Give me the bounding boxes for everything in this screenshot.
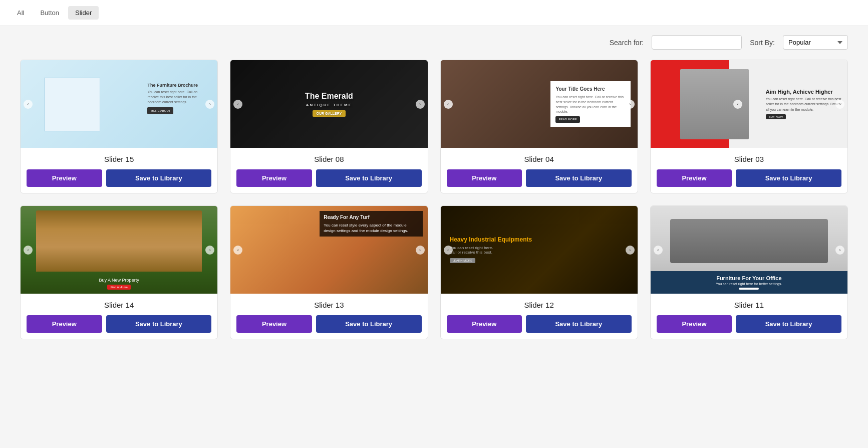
card-info: Slider 11 Preview Save to Library <box>651 294 847 339</box>
card-slider-04: ‹ › Your Title Goes Here You can reset r… <box>440 60 638 193</box>
card-actions: Preview Save to Library <box>447 315 632 333</box>
card-title: Slider 04 <box>447 155 632 163</box>
card-actions: Preview Save to Library <box>236 169 421 187</box>
thumb-text: Furniture For Your Office You can reset … <box>651 271 847 294</box>
card-title: Slider 14 <box>27 301 211 309</box>
preview-button[interactable]: Preview <box>236 315 312 333</box>
tab-all[interactable]: All <box>10 6 31 20</box>
next-arrow[interactable]: › <box>205 246 214 255</box>
card-actions: Preview Save to Library <box>236 315 421 333</box>
sort-label: Sort By: <box>750 39 775 47</box>
thumbnail-slider-12: ‹ › Heavy Industrial Equipments You can … <box>441 206 638 294</box>
thumbnail-slider-15: ‹ › The Furniture Brochure You can reset… <box>21 60 217 148</box>
prev-arrow[interactable]: ‹ <box>233 100 242 109</box>
thumbnail-slider-04: ‹ › Your Title Goes Here You can reset r… <box>441 60 638 148</box>
card-info: Slider 04 Preview Save to Library <box>441 148 638 193</box>
card-title: Slider 15 <box>27 155 211 163</box>
preview-button[interactable]: Preview <box>27 315 102 333</box>
next-arrow[interactable]: › <box>416 246 425 255</box>
prev-arrow[interactable]: ‹ <box>733 100 742 109</box>
card-info: Slider 12 Preview Save to Library <box>441 294 638 339</box>
preview-button[interactable]: Preview <box>657 315 732 333</box>
card-info: Slider 08 Preview Save to Library <box>230 148 427 193</box>
preview-button[interactable]: Preview <box>447 169 522 187</box>
slider-grid: ‹ › The Furniture Brochure You can reset… <box>0 55 868 354</box>
save-button[interactable]: Save to Library <box>526 315 632 333</box>
prev-arrow[interactable]: ‹ <box>233 246 242 255</box>
prev-arrow[interactable]: ‹ <box>24 246 33 255</box>
search-input[interactable] <box>652 35 742 50</box>
card-title: Slider 12 <box>447 301 632 309</box>
thumbnail-slider-14: ‹ › Buy A New Property Find A Home <box>21 206 217 294</box>
thumbnail-slider-08: ‹ › The Emerald ANTIQUE THEME OUR GALLER… <box>230 60 427 148</box>
preview-button[interactable]: Preview <box>657 169 732 187</box>
prev-arrow[interactable]: ‹ <box>444 246 453 255</box>
card-slider-13: ‹ › Ready For Any Turf You can reset sty… <box>230 205 428 339</box>
search-label: Search for: <box>610 39 644 47</box>
next-arrow[interactable]: › <box>626 100 635 109</box>
card-actions: Preview Save to Library <box>447 169 632 187</box>
card-actions: Preview Save to Library <box>657 315 841 333</box>
card-slider-11: ‹ › Furniture For Your Office You can re… <box>650 205 848 339</box>
house-body <box>36 210 201 272</box>
thumbnail-slider-03: ‹ › Aim High, Achieve Higher You can res… <box>651 60 847 148</box>
card-info: Slider 13 Preview Save to Library <box>230 294 427 339</box>
card-title: Slider 03 <box>657 155 841 163</box>
card-info: Slider 15 Preview Save to Library <box>21 148 217 193</box>
thumb-text: Heavy Industrial Equipments You can rese… <box>450 236 532 264</box>
thumb-text: The Emerald ANTIQUE THEME OUR GALLERY <box>305 92 353 117</box>
prev-arrow[interactable]: ‹ <box>24 100 33 109</box>
card-title: Slider 08 <box>236 155 421 163</box>
card-info: Slider 03 Preview Save to Library <box>651 148 847 193</box>
preview-button[interactable]: Preview <box>236 169 312 187</box>
save-button[interactable]: Save to Library <box>106 169 212 187</box>
thumb-text: Your Title Goes Here You can reset right… <box>550 81 630 127</box>
save-button[interactable]: Save to Library <box>736 169 841 187</box>
card-slider-03: ‹ › Aim High, Achieve Higher You can res… <box>650 60 848 193</box>
save-button[interactable]: Save to Library <box>316 315 422 333</box>
card-actions: Preview Save to Library <box>657 169 841 187</box>
save-button[interactable]: Save to Library <box>736 315 841 333</box>
preview-button[interactable]: Preview <box>447 315 522 333</box>
thumbnail-slider-13: ‹ › Ready For Any Turf You can reset sty… <box>230 206 427 294</box>
next-arrow[interactable]: › <box>835 246 844 255</box>
card-actions: Preview Save to Library <box>27 315 211 333</box>
save-button[interactable]: Save to Library <box>106 315 212 333</box>
sort-select[interactable]: Popular Newest Oldest <box>783 35 848 50</box>
prev-arrow[interactable]: ‹ <box>654 246 663 255</box>
card-slider-12: ‹ › Heavy Industrial Equipments You can … <box>440 205 638 339</box>
thumb-text: The Furniture Brochure You can reset rig… <box>147 82 198 114</box>
card-actions: Preview Save to Library <box>27 169 211 187</box>
save-button[interactable]: Save to Library <box>526 169 632 187</box>
card-slider-15: ‹ › The Furniture Brochure You can reset… <box>20 60 218 193</box>
sofa-shape <box>670 219 828 263</box>
card-info: Slider 14 Preview Save to Library <box>21 294 217 339</box>
tab-button[interactable]: Button <box>33 6 66 20</box>
next-arrow[interactable]: › <box>416 100 425 109</box>
thumbnail-slider-11: ‹ › Furniture For Your Office You can re… <box>651 206 847 294</box>
thumb-text: Aim High, Achieve Higher You can reset r… <box>766 89 842 120</box>
controls-bar: Search for: Sort By: Popular Newest Olde… <box>0 26 868 55</box>
card-title: Slider 11 <box>657 301 841 309</box>
thumb-text: Buy A New Property Find A Home <box>99 278 139 290</box>
save-button[interactable]: Save to Library <box>316 169 422 187</box>
card-slider-14: ‹ › Buy A New Property Find A Home Slide… <box>20 205 218 339</box>
next-arrow[interactable]: › <box>835 100 844 109</box>
tab-bar: All Button Slider <box>0 0 868 26</box>
preview-button[interactable]: Preview <box>27 169 102 187</box>
card-slider-08: ‹ › The Emerald ANTIQUE THEME OUR GALLER… <box>230 60 428 193</box>
prev-arrow[interactable]: ‹ <box>444 100 453 109</box>
next-arrow[interactable]: › <box>626 246 635 255</box>
next-arrow[interactable]: › <box>205 100 214 109</box>
thumb-text: Ready For Any Turf You can reset style e… <box>320 211 422 237</box>
card-title: Slider 13 <box>236 301 421 309</box>
tab-slider[interactable]: Slider <box>68 6 99 20</box>
